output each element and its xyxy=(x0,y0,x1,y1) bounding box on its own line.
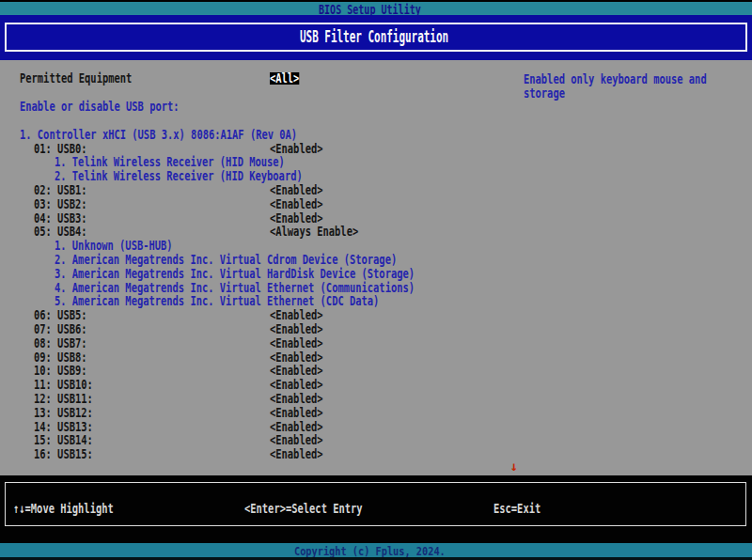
usb-row-label: 3. American Megatrends Inc. Virtual Hard… xyxy=(55,267,415,280)
usb-row-label: 08: USB7: xyxy=(34,336,87,350)
hint-exit: Esc=Exit xyxy=(494,502,540,515)
usb-list-row[interactable]: 15: USB14: <Enabled> xyxy=(0,433,752,447)
usb-list-row: 4. American Megatrends Inc. Virtual Ethe… xyxy=(0,281,752,295)
usb-row-label: 5. American Megatrends Inc. Virtual Ethe… xyxy=(55,294,379,307)
usb-row-label: 07: USB6: xyxy=(34,322,87,335)
usb-list-row[interactable]: 02: USB1: <Enabled> xyxy=(0,183,752,197)
bios-setup-screen: { "titlebar": { "title": "BIOS Setup Uti… xyxy=(0,0,752,560)
usb-row-label: 01: USB0: xyxy=(34,142,87,155)
permitted-equipment-label: Permitted Equipment xyxy=(20,71,132,85)
hint-move-highlight: ↑↓=Move Highlight xyxy=(13,502,114,515)
usb-list-row[interactable]: 13: USB12: <Enabled> xyxy=(0,406,752,420)
usb-list-row[interactable]: 05: USB4: <Always Enable> xyxy=(0,225,752,239)
usb-list-row[interactable]: 03: USB2: <Enabled> xyxy=(0,197,752,211)
usb-list-row[interactable]: 12: USB11: <Enabled> xyxy=(0,392,752,406)
usb-row-label: 15: USB14: xyxy=(34,433,93,446)
usb-row-label: 16: USB15: xyxy=(34,447,93,460)
usb-row-value: <Enabled> xyxy=(270,308,323,321)
usb-list-row[interactable]: 14: USB13: <Enabled> xyxy=(0,420,752,434)
usb-row-value: <Enabled> xyxy=(270,211,323,225)
help-text-line1: Enabled only keyboard mouse and xyxy=(524,72,707,86)
usb-list-row[interactable]: 04: USB3: <Enabled> xyxy=(0,211,752,226)
usb-list-row: 1. Unknown (USB-HUB) xyxy=(0,239,752,253)
usb-row-label: 1. Unknown (USB-HUB) xyxy=(55,239,173,252)
usb-list-row: 1. Telink Wireless Receiver (HID Mouse) xyxy=(0,155,752,169)
usb-list-row[interactable]: 10: USB9: <Enabled> xyxy=(0,364,752,378)
usb-row-label: 2. Telink Wireless Receiver (HID Keyboar… xyxy=(55,169,303,182)
usb-row-value: <Enabled> xyxy=(270,336,323,350)
help-text-line2: storage xyxy=(524,86,565,100)
usb-row-label: 14: USB13: xyxy=(34,420,93,433)
usb-row-label: 1. Telink Wireless Receiver (HID Mouse) xyxy=(55,155,285,168)
usb-list-row[interactable]: 16: USB15: <Enabled> xyxy=(0,447,752,461)
usb-row-value: <Enabled> xyxy=(270,392,323,405)
usb-row-label: 11: USB10: xyxy=(34,378,93,391)
usb-row-label: 03: USB2: xyxy=(34,197,87,210)
usb-list-row: 2. Telink Wireless Receiver (HID Keyboar… xyxy=(0,169,752,183)
usb-row-value: <Enabled> xyxy=(270,378,323,391)
usb-row-label: 02: USB1: xyxy=(34,183,87,196)
usb-list-row: 3. American Megatrends Inc. Virtual Hard… xyxy=(0,267,752,281)
usb-row-label: 12: USB11: xyxy=(34,392,93,405)
hotkey-box xyxy=(5,482,746,526)
usb-row-label: 4. American Megatrends Inc. Virtual Ethe… xyxy=(55,281,415,294)
usb-list-row: 2. American Megatrends Inc. Virtual Cdro… xyxy=(0,253,752,267)
usb-row-label: 13: USB12: xyxy=(34,406,93,419)
usb-row-label: 2. American Megatrends Inc. Virtual Cdro… xyxy=(55,253,397,266)
page-title: USB Filter Configuration xyxy=(300,28,448,45)
usb-row-value: <Enabled> xyxy=(270,197,323,210)
usb-list-row[interactable]: 01: USB0: <Enabled> xyxy=(0,142,752,156)
usb-row-label: 1. Controller xHCI (USB 3.x) 8086:A1AF (… xyxy=(20,128,297,141)
usb-list-row[interactable]: 07: USB6: <Enabled> xyxy=(0,322,752,336)
hint-select-entry: <Enter>=Select Entry xyxy=(244,502,363,515)
usb-row-value: <Enabled> xyxy=(270,364,323,377)
usb-list-row[interactable]: 06: USB5: <Enabled> xyxy=(0,308,752,322)
usb-list-row[interactable]: 09: USB8: <Enabled> xyxy=(0,350,752,365)
usb-row-label: 09: USB8: xyxy=(34,350,87,364)
usb-row-value: <Enabled> xyxy=(270,433,323,446)
section-label: Enable or disable USB port: xyxy=(20,100,180,113)
usb-row-label: 04: USB3: xyxy=(34,211,87,225)
usb-row-value: <Enabled> xyxy=(270,322,323,335)
usb-row-value: <Enabled> xyxy=(270,447,323,460)
copyright-text: Copyright (c) Fplus, 2024. xyxy=(294,545,446,557)
usb-row-value: <Enabled> xyxy=(270,183,323,196)
usb-list-row: 5. American Megatrends Inc. Virtual Ethe… xyxy=(0,294,752,308)
usb-list-row[interactable]: 08: USB7: <Enabled> xyxy=(0,336,752,350)
usb-row-label: 06: USB5: xyxy=(34,308,87,321)
usb-row-value: <Enabled> xyxy=(270,350,323,364)
usb-list-row: 1. Controller xHCI (USB 3.x) 8086:A1AF (… xyxy=(0,128,752,142)
usb-row-value: <Enabled> xyxy=(270,406,323,419)
usb-row-label: 10: USB9: xyxy=(34,364,87,377)
usb-row-value: <Enabled> xyxy=(270,420,323,433)
permitted-equipment-value[interactable]: <All> xyxy=(270,72,299,85)
titlebar-title: BIOS Setup Utility xyxy=(319,3,421,16)
usb-list-row[interactable]: 11: USB10: <Enabled> xyxy=(0,378,752,392)
usb-row-value: <Enabled> xyxy=(270,142,323,155)
usb-row-label: 05: USB4: xyxy=(34,225,87,238)
usb-row-value: <Always Enable> xyxy=(270,225,358,238)
scroll-down-icon: ↓ xyxy=(510,459,518,473)
